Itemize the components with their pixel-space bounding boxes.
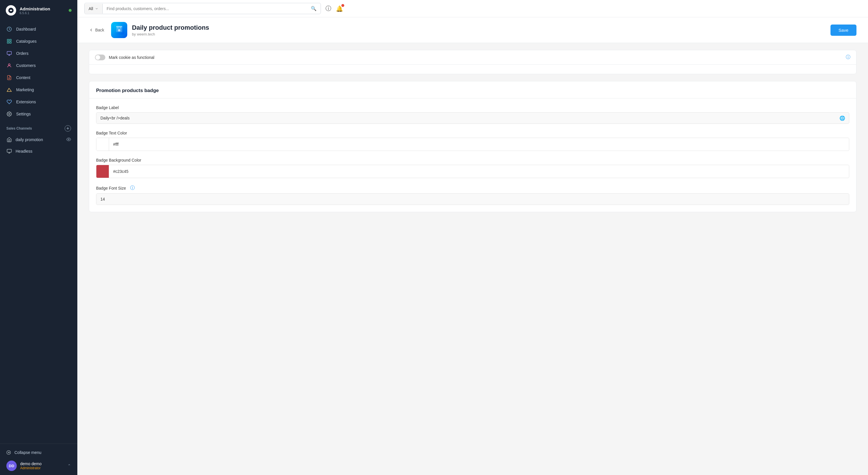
add-channel-button[interactable]: + — [65, 125, 71, 132]
badge-bg-color-label: Badge Background Color — [96, 158, 849, 162]
help-button[interactable]: ⓘ — [326, 5, 331, 12]
customers-label: Customers — [16, 63, 36, 68]
cookie-card: Mark cookie as functional ⓘ — [89, 50, 857, 74]
search-submit-button[interactable]: 🔍 — [307, 3, 320, 14]
app-title-block: Administration 6.5.6.1 — [20, 6, 65, 15]
sidebar-header: Administration 6.5.6.1 — [0, 0, 78, 21]
badge-text-color-input[interactable] — [109, 139, 849, 150]
search-input[interactable] — [103, 4, 307, 13]
sidebar-item-headless[interactable]: Headless — [0, 146, 78, 157]
badge-card: Promotion products badge Badge Label 🌐 B… — [89, 81, 857, 212]
main-content: All 🔍 ⓘ 🔔 Back — [78, 0, 868, 475]
svg-point-19 — [118, 29, 120, 31]
sidebar-item-catalogues[interactable]: Catalogues — [0, 35, 78, 47]
collapse-label: Collapse menu — [14, 450, 41, 455]
search-bar: All 🔍 — [84, 3, 321, 14]
app-version: 6.5.6.1 — [20, 11, 65, 15]
chevron-up-icon: ⌃ — [67, 464, 71, 468]
sidebar-footer: Collapse menu DD demo demo Administrator… — [0, 444, 78, 475]
svg-marker-10 — [7, 88, 11, 92]
badge-text-color-label: Badge Text Color — [96, 131, 849, 135]
cookie-label: Mark cookie as functional — [109, 55, 154, 60]
badge-text-color-swatch[interactable] — [96, 138, 109, 151]
dashboard-label: Dashboard — [16, 27, 36, 31]
search-filter-button[interactable]: All — [85, 4, 103, 13]
badge-text-color-group: Badge Text Color — [96, 131, 849, 151]
badge-label-group: Badge Label 🌐 — [96, 105, 849, 124]
notifications-button[interactable]: 🔔 — [336, 5, 343, 12]
settings-icon — [6, 111, 12, 117]
page-content: Back — [78, 17, 868, 475]
sidebar: Administration 6.5.6.1 Dashboard Catalog… — [0, 0, 78, 475]
headless-label: Headless — [16, 149, 32, 154]
content-label: Content — [16, 75, 30, 80]
svg-rect-20 — [118, 27, 118, 28]
badge-font-size-group: Badge Font Size ⓘ — [96, 185, 849, 205]
dashboard-icon — [6, 26, 12, 32]
sidebar-item-orders[interactable]: Orders — [0, 47, 78, 59]
sidebar-item-daily-promotion[interactable]: daily promotion — [0, 134, 78, 146]
notification-badge — [341, 4, 344, 7]
badge-bg-color-input[interactable] — [109, 166, 849, 177]
daily-promotion-label: daily promotion — [16, 137, 43, 142]
badge-label-field-label: Badge Label — [96, 105, 849, 110]
sidebar-item-settings[interactable]: Settings — [0, 108, 78, 120]
sidebar-item-dashboard[interactable]: Dashboard — [0, 23, 78, 35]
user-profile-row: DD demo demo Administrator ⌃ — [6, 457, 71, 471]
customers-icon — [6, 63, 12, 68]
online-indicator — [69, 9, 71, 12]
font-size-help-icon[interactable]: ⓘ — [130, 185, 135, 191]
avatar: DD — [6, 461, 17, 471]
badge-section-title: Promotion products badge — [89, 82, 856, 98]
svg-rect-17 — [116, 26, 122, 27]
svg-rect-13 — [7, 149, 11, 152]
sidebar-item-customers[interactable]: Customers — [0, 59, 78, 71]
svg-rect-6 — [7, 51, 11, 55]
svg-rect-4 — [7, 42, 9, 43]
badge-text-color-row — [96, 138, 849, 151]
orders-label: Orders — [16, 51, 29, 56]
badge-bg-color-swatch[interactable] — [96, 165, 109, 178]
collapse-menu-button[interactable]: Collapse menu — [6, 448, 71, 457]
page-title: Daily product promotions — [132, 24, 209, 31]
catalogues-icon — [6, 38, 12, 44]
sidebar-item-extensions[interactable]: Extensions — [0, 96, 78, 108]
svg-point-12 — [68, 139, 69, 140]
extensions-icon — [6, 99, 12, 105]
cookie-section: Mark cookie as functional ⓘ — [89, 50, 856, 65]
badge-bg-color-group: Badge Background Color — [96, 158, 849, 178]
topbar-actions: ⓘ 🔔 — [326, 5, 343, 12]
user-info: demo demo Administrator — [20, 462, 64, 470]
sales-channels-section: Sales Channels + — [0, 120, 78, 134]
sidebar-item-marketing[interactable]: Marketing — [0, 84, 78, 96]
page-subtitle: by weem.tech — [132, 32, 209, 36]
page-title-row: Daily product promotions by weem.tech — [111, 22, 831, 38]
catalogues-label: Catalogues — [16, 39, 37, 43]
svg-point-7 — [8, 64, 10, 65]
app-logo — [6, 5, 16, 15]
sidebar-item-content[interactable]: Content — [0, 71, 78, 84]
title-text-block: Daily product promotions by weem.tech — [132, 24, 209, 36]
extensions-label: Extensions — [16, 100, 36, 104]
info-icon[interactable]: ⓘ — [846, 54, 850, 60]
sales-channels-label: Sales Channels — [6, 126, 32, 130]
headless-icon — [6, 148, 12, 154]
visibility-icon[interactable] — [66, 137, 71, 142]
user-name: demo demo — [20, 462, 64, 466]
back-label: Back — [95, 28, 104, 32]
badge-font-size-input[interactable] — [96, 193, 849, 205]
main-nav: Dashboard Catalogues Orders Customers Co… — [0, 21, 78, 444]
badge-form: Badge Label 🌐 Badge Text Color — [89, 98, 856, 212]
user-role: Administrator — [20, 466, 64, 470]
marketing-icon — [6, 87, 12, 93]
svg-rect-2 — [7, 39, 9, 41]
store-icon — [6, 137, 12, 142]
translate-icon: 🌐 — [839, 116, 845, 121]
save-button[interactable]: Save — [831, 25, 857, 36]
badge-label-input[interactable] — [96, 112, 849, 124]
back-link[interactable]: Back — [89, 28, 104, 32]
svg-point-11 — [9, 114, 10, 115]
cookie-toggle[interactable] — [95, 55, 105, 60]
svg-rect-3 — [10, 39, 11, 41]
badge-label-input-wrap: 🌐 — [96, 112, 849, 124]
